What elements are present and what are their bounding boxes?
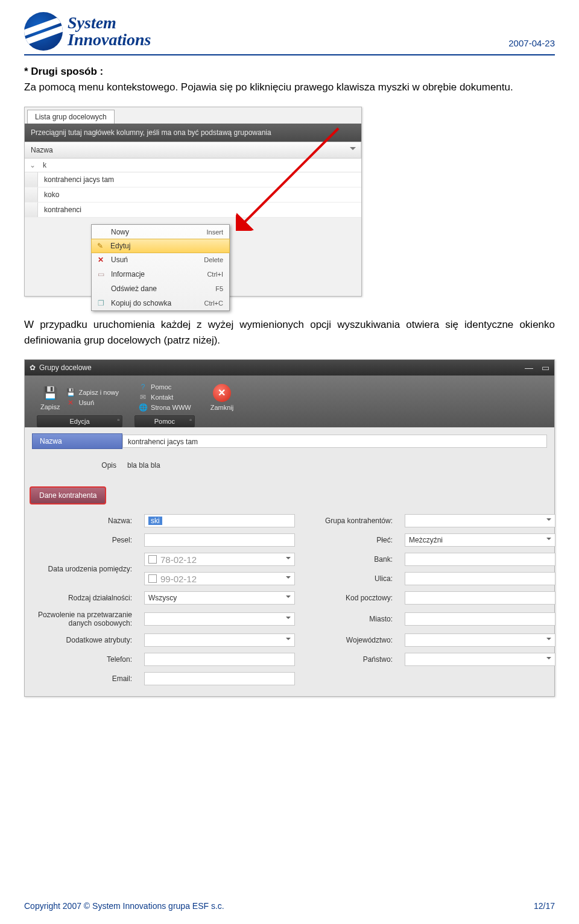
footer-page: 12/17 xyxy=(534,901,555,911)
section-dane-kontrahenta: Dane kontrahenta xyxy=(30,486,106,504)
www-button[interactable]: 🌐Strona WWW xyxy=(138,403,191,412)
ribbon-group-pomoc: ?Pomoc ✉Kontakt 🌐Strona WWW Pomoc xyxy=(128,380,201,427)
cell: kontrahenci xyxy=(38,203,361,217)
input-telefon[interactable] xyxy=(144,653,295,666)
label-telefon: Telefon: xyxy=(32,655,134,664)
input-nazwa2[interactable]: ski xyxy=(144,514,295,527)
paragraph-2: W przypadku uruchomienia każdej z wyżej … xyxy=(24,317,555,349)
table-row[interactable]: koko xyxy=(25,187,361,203)
window-titlebar: ✿ Grupy docelowe — ▭ xyxy=(25,360,554,376)
input-wojewodztwo[interactable] xyxy=(405,633,555,647)
input-opis[interactable]: bla bla bla xyxy=(122,459,547,472)
ribbon-group-edycja: 💾 Zapisz 💾Zapisz i nowy ✕Usuń Edycja xyxy=(31,380,128,427)
table-row[interactable]: kontrahenci jacys tam xyxy=(25,172,361,187)
input-data-from[interactable]: 78-02-12 xyxy=(144,553,295,566)
input-grupa[interactable] xyxy=(405,514,555,527)
label-email: Email: xyxy=(32,674,134,683)
help-button[interactable]: ?Pomoc xyxy=(138,383,191,391)
checkbox-icon[interactable] xyxy=(148,574,157,583)
window-title: Grupy docelowe xyxy=(39,363,92,372)
label-miasto: Miasto: xyxy=(305,615,395,623)
contact-icon: ✉ xyxy=(138,393,148,401)
label-nazwa: Nazwa xyxy=(32,433,122,449)
tab-lista-grup[interactable]: Lista grup docelowych xyxy=(27,110,115,124)
blank-icon xyxy=(95,227,106,237)
label-opis: Opis xyxy=(32,461,122,470)
input-email[interactable] xyxy=(144,672,295,685)
globe-icon: 🌐 xyxy=(138,403,148,412)
filter-value[interactable]: k xyxy=(38,159,51,172)
grid-header: Nazwa xyxy=(25,142,361,159)
cell: koko xyxy=(38,187,361,202)
input-data-to[interactable]: 99-02-12 xyxy=(144,572,295,585)
save-icon: 💾 xyxy=(42,385,59,401)
menu-item-nowy[interactable]: Nowy Insert xyxy=(92,225,229,239)
menu-item-usun[interactable]: ✕ Usuń Delete xyxy=(92,253,229,267)
refresh-icon xyxy=(95,284,106,294)
table-row[interactable]: kontrahenci xyxy=(25,203,361,218)
group-drag-hint: Przeciągnij tutaj nagłówek kolumny, jeśl… xyxy=(25,124,361,142)
label-grupa: Grupa kontrahentów: xyxy=(305,517,395,525)
delete-button[interactable]: ✕Usuń xyxy=(66,398,119,407)
label-bank: Bank: xyxy=(305,555,395,564)
contact-button[interactable]: ✉Kontakt xyxy=(138,393,191,401)
menu-item-odswiez[interactable]: Odśwież dane F5 xyxy=(92,281,229,296)
logo-mark-icon xyxy=(24,12,63,51)
ribbon-group-title-edycja: Edycja xyxy=(37,415,122,427)
ribbon-group-close: ✕ Zamknij . xyxy=(201,380,244,427)
checkbox-icon[interactable] xyxy=(148,555,157,564)
delete-icon: ✕ xyxy=(95,255,106,265)
label-data-ur: Data urodzenia pomiędzy: xyxy=(32,565,134,573)
edit-icon: ✎ xyxy=(95,241,106,251)
label-wojewodztwo: Województwo: xyxy=(305,636,395,644)
filter-row: ⌄ k xyxy=(25,159,361,172)
input-dodatkowe[interactable] xyxy=(144,633,295,647)
menu-item-kopiuj[interactable]: ❐ Kopiuj do schowka Ctrl+C xyxy=(92,296,229,310)
label-rodzaj: Rodzaj działalności: xyxy=(32,594,134,602)
copy-icon: ❐ xyxy=(95,298,106,308)
save-button[interactable]: 💾 Zapisz xyxy=(40,385,60,410)
menu-item-edytuj[interactable]: ✎ Edytuj xyxy=(91,239,230,253)
paragraph-1-rest: Za pomocą menu kontekstowego. Pojawia si… xyxy=(24,81,513,93)
footer-copyright: Copyright 2007 © System Innovations grup… xyxy=(24,901,224,911)
screenshot-context-menu: Lista grup docelowych Przeciągnij tutaj … xyxy=(24,107,362,297)
label-panstwo: Państwo: xyxy=(305,655,395,664)
close-icon: ✕ xyxy=(213,384,231,402)
column-nazwa[interactable]: Nazwa xyxy=(25,142,361,158)
maximize-icon[interactable]: ▭ xyxy=(542,363,549,372)
input-plec[interactable]: Meżczyźni xyxy=(405,533,555,547)
delete-icon: ✕ xyxy=(66,398,75,407)
page-header: System Innovations 2007-04-23 xyxy=(24,12,555,55)
window-gear-icon: ✿ xyxy=(30,363,36,372)
brand-line1: System xyxy=(68,14,151,31)
form-grid: Nazwa: ski Grupa kontrahentów: Pesel: Pł… xyxy=(25,508,554,696)
label-kod: Kod pocztowy: xyxy=(305,594,395,602)
context-menu: Nowy Insert ✎ Edytuj ✕ Usuń Delete ▭ Inf… xyxy=(91,224,230,311)
funnel-icon[interactable]: ⌄ xyxy=(25,159,38,172)
header-date: 2007-04-23 xyxy=(508,38,555,51)
input-pozwolenie[interactable] xyxy=(144,612,295,626)
close-button[interactable]: ✕ Zamknij xyxy=(210,384,234,411)
input-kod[interactable] xyxy=(405,591,555,605)
ribbon-group-title-pomoc: Pomoc xyxy=(134,415,195,427)
logo: System Innovations xyxy=(24,12,151,51)
input-bank[interactable] xyxy=(405,553,555,566)
input-miasto[interactable] xyxy=(405,612,555,626)
label-dodatkowe: Dodatkowe atrybuty: xyxy=(32,636,134,644)
save-new-icon: 💾 xyxy=(66,388,75,397)
page-footer: Copyright 2007 © System Innovations grup… xyxy=(24,901,555,911)
logo-text: System Innovations xyxy=(68,14,151,48)
input-ulica[interactable] xyxy=(405,572,555,585)
screenshot-grupy-docelowe: ✿ Grupy docelowe — ▭ 💾 Zapisz 💾Zapisz i … xyxy=(24,359,555,697)
minimize-icon[interactable]: — xyxy=(525,363,533,372)
input-nazwa[interactable]: kontrahenci jacys tam xyxy=(122,435,547,448)
paragraph-1-bold: * Drugi sposób : xyxy=(24,66,103,77)
input-rodzaj[interactable]: Wszyscy xyxy=(144,591,295,605)
input-pesel[interactable] xyxy=(144,533,295,547)
cell: kontrahenci jacys tam xyxy=(38,172,361,187)
label-pozwolenie: Pozwolenie na przetwarzanie danych osobo… xyxy=(32,611,134,627)
save-new-button[interactable]: 💾Zapisz i nowy xyxy=(66,388,119,397)
input-panstwo[interactable] xyxy=(405,653,555,666)
menu-item-informacje[interactable]: ▭ Informacje Ctrl+I xyxy=(92,267,229,281)
brand-line2: Innovations xyxy=(68,31,151,48)
